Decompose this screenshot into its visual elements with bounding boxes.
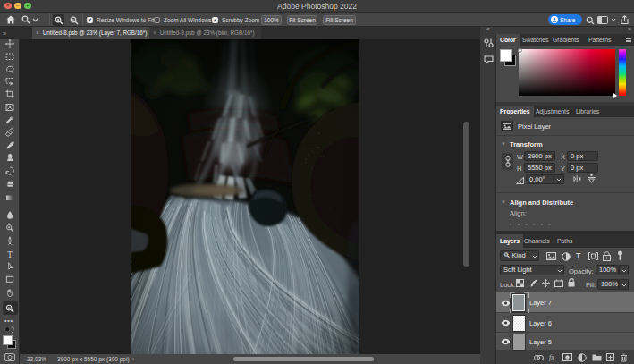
svg-text:T: T bbox=[7, 250, 13, 258]
